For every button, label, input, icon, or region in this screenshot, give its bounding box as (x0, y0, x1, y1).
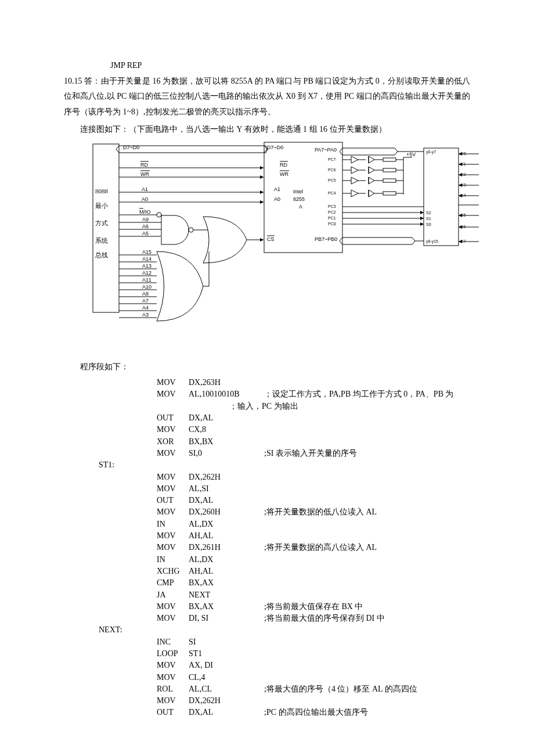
svg-text:S0: S0 (426, 222, 431, 226)
code-comment (264, 424, 470, 435)
code-op: OUT (157, 412, 189, 424)
label-system: 系统 (95, 237, 108, 244)
label-mode: 方式 (95, 219, 108, 226)
svg-marker-99 (459, 152, 462, 156)
svg-text:PC1: PC1 (328, 216, 336, 220)
label-y-bot: y8-y15 (426, 239, 438, 244)
svg-text:A4: A4 (142, 305, 149, 311)
code-line: INC SI (64, 636, 470, 648)
svg-rect-89 (424, 148, 459, 246)
svg-marker-110 (459, 214, 462, 217)
label-bus: 总线 (95, 251, 108, 258)
label-a0-left: A0 (142, 196, 148, 202)
code-label (64, 636, 99, 648)
label-cs: CS (267, 236, 275, 242)
code-line: ST1: (64, 459, 470, 471)
code-comment (264, 412, 470, 424)
label-a5: A5 (142, 231, 149, 236)
paragraph-answer: 10.15 答：由于开关量是 16 为数据，故可以将 8255A 的 PA 端口… (64, 74, 470, 120)
code-comment (264, 436, 470, 448)
paragraph-diagram-intro: 连接图如下：（下面电路中，当八选一输出 Y 有效时，能选通 1 组 16 位开关… (64, 122, 470, 138)
code-op: MOV (157, 530, 189, 542)
code-arg: AH,AL (189, 566, 264, 577)
label-a0-right: A0 (274, 196, 280, 202)
code-label (64, 388, 99, 400)
assembly-listing: MOVDX,263HMOVAL,10010010B；设定工作方式，PA,PB 均… (64, 377, 470, 719)
code-op: ROL (157, 683, 189, 695)
code-comment: ;将当前最大值保存在 BX 中 (264, 601, 470, 613)
code-label: NEXT: (99, 624, 134, 636)
code-op: LOOP (157, 648, 189, 660)
code-label (64, 506, 99, 518)
svg-marker-105 (459, 183, 462, 187)
code-line: MOVBX,AX;将当前最大值保存在 BX 中 (64, 601, 470, 613)
svg-text:PC7: PC7 (328, 157, 336, 161)
code-comment: ；设定工作方式，PA,PB 均工作于方式 0，PA、PB 为 (264, 388, 470, 400)
code-line: MOVAL,SI (64, 483, 470, 495)
code-label (64, 412, 99, 424)
label-pa: PA7~PA0 (315, 147, 337, 153)
code-op: INC (157, 636, 189, 648)
code-line: MOV CX,8 (64, 424, 470, 435)
label-minimal: 最小 (95, 202, 108, 209)
label-y-top: y0-y7 (426, 150, 436, 154)
label-8088: 8088 (95, 188, 109, 195)
code-comment (264, 519, 470, 530)
code-label (64, 424, 99, 435)
code-arg: DX,AL (189, 412, 264, 424)
code-arg: AL,CL (189, 683, 264, 695)
paragraph-code-intro: 程序段如下： (64, 359, 470, 375)
code-line: MOV DX,262H (64, 695, 470, 707)
code-arg: DX,AL (189, 495, 264, 506)
code-op: JA (157, 589, 189, 601)
code-line: ；输入，PC 为输出 (64, 401, 470, 412)
code-comment (264, 554, 470, 566)
code-op: MOV (157, 695, 189, 707)
svg-text:PC3: PC3 (328, 204, 336, 208)
code-comment (264, 648, 470, 660)
label-chip-1: Intel (293, 189, 303, 195)
code-label (64, 530, 99, 542)
label-5v: +5V (406, 152, 416, 157)
code-comment (264, 483, 470, 495)
code-line: LOOPST1 (64, 648, 470, 660)
code-arg: DI, SI (189, 613, 264, 624)
code-arg: AL,SI (189, 483, 264, 495)
label-chip-3: A (299, 204, 302, 210)
code-line: MOVDI, SI;将当前最大值的序号保存到 DI 中 (64, 613, 470, 624)
code-line: OUTDX,AL (64, 495, 470, 506)
label-mio: M/IO (139, 209, 151, 215)
code-line: JA NEXT (64, 589, 470, 601)
code-arg: AL,DX (189, 554, 264, 566)
code-op: MOV (157, 613, 189, 624)
code-line: MOVDX,263H (64, 377, 470, 388)
code-line: OUTDX,AL (64, 412, 470, 424)
code-label (64, 660, 99, 671)
code-op: MOV (157, 424, 189, 435)
code-op: XCHG (157, 566, 189, 577)
circuit-diagram: 8088 最小 方式 系统 总线 D7~D0 RD WR A1 A0 M/IO … (87, 141, 470, 356)
svg-text:A12: A12 (142, 270, 151, 276)
label-a6: A6 (142, 224, 149, 229)
code-op: MOV (157, 448, 189, 459)
svg-text:A7: A7 (142, 298, 149, 304)
svg-marker-101 (459, 163, 462, 166)
svg-marker-86 (420, 217, 424, 220)
code-line: IN AL,DX (64, 519, 470, 530)
code-op: MOV (157, 672, 189, 683)
code-label (64, 377, 99, 388)
code-comment (264, 636, 470, 648)
code-comment (264, 495, 470, 506)
addr-group-low: A15 A14 A13 A12 A11 A10 A8 A7 A4 A3 (142, 249, 151, 318)
code-arg: CX,8 (189, 424, 264, 435)
svg-marker-10 (260, 200, 264, 204)
label-wr-left: WR (140, 171, 149, 177)
svg-text:PC5: PC5 (328, 178, 336, 182)
label-rd-left: RD (140, 162, 148, 168)
code-line: MOVDX,262H (64, 471, 470, 483)
code-comment: ;PC 的高四位输出最大值序号 (264, 707, 470, 718)
svg-marker-114 (459, 240, 462, 243)
svg-text:A11: A11 (142, 277, 151, 283)
svg-marker-6 (260, 175, 264, 179)
code-label (64, 577, 99, 589)
